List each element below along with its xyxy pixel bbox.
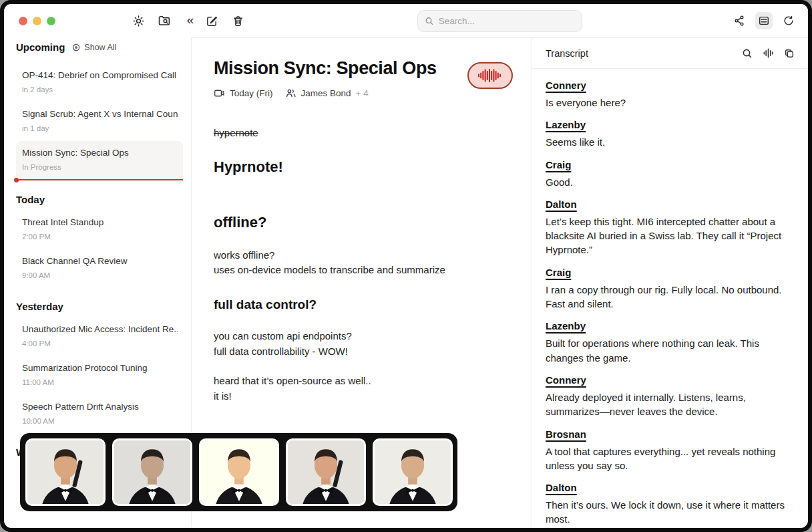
copy-icon[interactable] (784, 48, 795, 59)
transcript-speaker[interactable]: Connery (546, 374, 586, 386)
search-icon[interactable] (742, 48, 753, 59)
people-icon (285, 88, 296, 99)
attendees-chip[interactable]: James Bond + 4 (285, 88, 369, 99)
sidebar-note-item[interactable]: Unauthorized Mic Access: Incident Re... … (16, 317, 183, 356)
share-button[interactable] (731, 12, 748, 29)
waveform-icon[interactable] (763, 47, 774, 59)
minimize-button[interactable] (33, 17, 41, 25)
recording-button[interactable] (467, 62, 513, 89)
note-block: heard that it’s open-source as well.. it… (214, 374, 503, 404)
transcript-list[interactable]: Connery Is everyone here? Lazenby Seems … (532, 69, 808, 528)
note-item-title: Black Channel QA Review (22, 256, 178, 266)
meeting-date-chip[interactable]: Today (Fri) (214, 88, 273, 99)
app-window: « (4, 4, 808, 528)
note-block: offline? (214, 211, 503, 233)
transcript-segment: Brosnan A tool that captures everything.… (546, 428, 795, 473)
bond-portrait-photo[interactable] (286, 438, 366, 506)
note-block: works offline? uses on-device models to … (214, 248, 503, 278)
sidebar-note-item[interactable]: Threat Intel Standup 2:00 PM (16, 211, 183, 249)
note-item-title: Unauthorized Mic Access: Incident Re... (22, 324, 178, 334)
transcript-speaker[interactable]: Craig (546, 159, 571, 170)
attendee-extra-count: + 4 (356, 88, 369, 98)
transcript-segment: Dalton Then it’s ours. We lock it down, … (546, 482, 795, 527)
transcript-panel: Transcript (532, 37, 808, 528)
sidebar-note-item[interactable]: Mission Sync: Special Ops In Progress (16, 141, 183, 180)
sidebar-note-item[interactable]: Speech Pattern Drift Analysis 10:00 AM (16, 395, 183, 433)
transcript-title: Transcript (546, 48, 588, 59)
transcript-text: A tool that captures everything... yet r… (546, 444, 795, 473)
sidebar-section: Today Threat Intel Standup 2:00 PM Black… (16, 194, 183, 287)
sidebar-title: Upcoming (16, 41, 65, 53)
transcript-speaker[interactable]: Dalton (546, 482, 577, 493)
note-item-meta: In Progress (22, 163, 178, 171)
photo-strip-overlay (20, 433, 457, 511)
transcript-text: Seems like it. (546, 135, 795, 149)
sidebar-note-item[interactable]: Live Extraction: Voice-to-Intel Test Run (16, 527, 183, 528)
transcript-speaker[interactable]: Lazenby (546, 119, 586, 130)
transcript-segment: Connery Is everyone here? (546, 80, 795, 110)
transcript-speaker[interactable]: Craig (546, 267, 571, 278)
transcript-text: Already deployed it internally. Listens,… (546, 390, 795, 419)
collapse-sidebar-button[interactable]: « (182, 12, 199, 29)
search-input[interactable] (439, 16, 575, 26)
sidebar-tools: « (130, 4, 199, 37)
show-all-button[interactable]: Show All (71, 43, 116, 52)
sidebar-note-item[interactable]: Summarization Protocol Tuning 11:00 AM (16, 356, 183, 394)
note-item-title: Speech Pattern Drift Analysis (22, 402, 178, 412)
bond-portrait-photo[interactable] (112, 438, 192, 506)
sidebar-note-item[interactable]: Black Channel QA Review 9:00 AM (16, 249, 183, 287)
traffic-lights (19, 17, 55, 25)
sync-button[interactable] (780, 12, 797, 29)
meeting-date: Today (Fri) (230, 88, 273, 98)
trash-icon (232, 15, 244, 27)
note-item-meta: 11:00 AM (22, 378, 178, 386)
eye-icon (71, 43, 81, 52)
transcript-speaker[interactable]: Dalton (546, 198, 577, 210)
sidebar-note-item[interactable]: Signal Scrub: Agent X vs Internal Coun..… (16, 102, 183, 140)
note-block: Hyprnote! (214, 156, 503, 178)
transcript-segment: Craig Good. (546, 159, 795, 189)
transcript-segment: Lazenby Seems like it. (546, 119, 795, 149)
transcript-text: Is everyone here? (546, 96, 795, 110)
transcript-text: Good. (546, 175, 795, 189)
transcript-segment: Craig I ran a copy through our rig. Full… (546, 267, 795, 311)
bond-portrait-photo[interactable] (373, 438, 453, 506)
note-item-title: Summarization Protocol Tuning (22, 363, 178, 373)
chevrons-left-icon: « (187, 13, 194, 28)
transcript-speaker[interactable]: Lazenby (546, 320, 586, 331)
transcript-text: Then it’s ours. We lock it down, use it … (546, 498, 795, 527)
note-block: you can custom api endpoints? full data … (214, 329, 503, 359)
sidebar-header: Upcoming Show All (16, 41, 183, 53)
bond-portrait-photo[interactable] (25, 438, 106, 506)
sidebar-note-item[interactable]: OP-414: Debrief on Compromised Call in 2… (16, 63, 183, 102)
note-item-title: Threat Intel Standup (22, 217, 178, 227)
panel-layout-button[interactable] (755, 12, 773, 29)
search-icon (425, 16, 434, 26)
video-camera-icon (214, 88, 225, 99)
search-notes-button[interactable] (156, 12, 173, 29)
window-frame: « (0, 0, 812, 532)
note-item-meta: 9:00 AM (22, 271, 178, 279)
note-title[interactable]: Mission Sync: Special Ops (214, 58, 503, 79)
show-all-label: Show All (84, 43, 116, 52)
note-block: hypernote (214, 126, 503, 141)
sidebar-section: OP-414: Debrief on Compromised Call in 2… (16, 63, 183, 180)
settings-button[interactable] (130, 12, 147, 29)
bond-portrait-photo[interactable] (199, 438, 279, 506)
transcript-segment: Lazenby Built for operations where nothi… (546, 320, 795, 365)
note-block: full data control? (214, 295, 503, 315)
note-tools (203, 4, 246, 37)
recording-waveform-icon (477, 68, 503, 83)
transcript-speaker[interactable]: Connery (546, 80, 586, 91)
transcript-speaker[interactable]: Brosnan (546, 428, 586, 440)
refresh-icon (783, 15, 795, 27)
note-item-meta: 4:00 PM (22, 340, 178, 348)
transcript-text: I ran a copy through our rig. Fully loca… (546, 283, 795, 311)
new-note-button[interactable] (203, 12, 220, 29)
sidebar-section: Yesterday Unauthorized Mic Access: Incid… (16, 301, 183, 433)
close-button[interactable] (19, 17, 27, 25)
zoom-button[interactable] (47, 17, 55, 25)
delete-note-button[interactable] (229, 12, 246, 29)
note-item-meta: in 2 days (22, 86, 178, 94)
sidebar-section-title: Today (16, 194, 183, 205)
